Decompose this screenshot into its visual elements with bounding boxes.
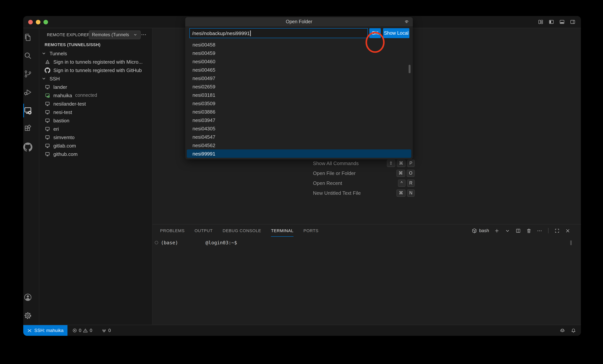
folder-option[interactable]: nesi00497 — [185, 74, 413, 82]
folder-option[interactable]: nesi99991 — [187, 149, 411, 158]
terminal-view[interactable]: (base) @login03:~$ — [152, 237, 581, 325]
minimize-window-button[interactable] — [36, 20, 40, 24]
panel-tab[interactable]: PORTS — [303, 225, 318, 236]
remote-explorer-icon — [23, 106, 32, 115]
extensions-icon — [23, 124, 32, 133]
chevron-down-icon — [505, 228, 510, 234]
watermark-shortcut-row[interactable]: Open Recent ^R — [313, 178, 415, 188]
folder-option[interactable]: nesi02659 — [185, 82, 413, 91]
tree-item[interactable]: gitlab.com — [39, 141, 152, 150]
toggle-panel-button[interactable] — [559, 19, 565, 25]
panel-tab[interactable]: OUTPUT — [195, 225, 213, 236]
tree-item[interactable]: nesilander-test — [39, 99, 152, 108]
activity-bar — [23, 28, 39, 325]
close-window-button[interactable] — [28, 20, 33, 24]
remote-explorer-activity-item[interactable] — [23, 101, 32, 120]
tree-item[interactable]: eri — [39, 125, 152, 133]
toggle-primary-sidebar-button[interactable] — [548, 19, 554, 25]
folder-option[interactable]: nesi04547 — [185, 133, 413, 141]
watermark-shortcut-row[interactable]: Show All Commands ⇧⌘P — [313, 158, 415, 168]
terminal-more-actions-button[interactable] — [537, 228, 542, 234]
watermark-shortcut-row[interactable]: Open File or Folder ⌘O — [313, 168, 415, 178]
tree-item[interactable]: lander — [39, 83, 152, 91]
keycap: ⇧ — [387, 160, 395, 167]
show-local-button[interactable]: Show Local — [383, 28, 409, 38]
search-icon — [23, 51, 32, 60]
kill-terminal-button[interactable] — [526, 228, 532, 234]
command-decoration-icon[interactable] — [155, 241, 158, 244]
problems-status[interactable]: 0 0 — [72, 328, 92, 333]
folder-path-input[interactable]: /nesi/nobackup/nesi99991 — [189, 28, 368, 38]
zoom-window-button[interactable] — [44, 20, 48, 24]
remote-view-dropdown[interactable]: Remotes (Tunnels — [89, 30, 141, 39]
keycap: P — [407, 160, 415, 167]
close-panel-button[interactable] — [565, 228, 571, 234]
github-activity-item[interactable] — [23, 138, 32, 156]
eye-icon[interactable] — [404, 19, 410, 25]
customize-layout-button[interactable] — [538, 19, 544, 25]
terminal-scrollbar[interactable] — [570, 241, 572, 245]
tree-item[interactable]: Sign in to tunnels registered with GitHu… — [39, 66, 152, 74]
maximize-icon — [554, 228, 560, 234]
remote-indicator[interactable]: SSH: mahuika — [23, 325, 67, 336]
explorer-activity-item[interactable] — [23, 28, 32, 47]
folder-option[interactable]: nesi00460 — [185, 57, 413, 66]
vm-icon — [45, 134, 50, 140]
toggle-secondary-sidebar-button[interactable] — [570, 19, 576, 25]
settings-item[interactable] — [23, 306, 32, 325]
keycap: R — [407, 179, 415, 187]
keybinding: ⌘N — [396, 189, 415, 197]
bottom-panel: PROBLEMSOUTPUTDEBUG CONSOLETERMINALPORTS… — [152, 224, 581, 325]
folder-option[interactable]: nesi00458 — [185, 40, 413, 49]
extensions-activity-item[interactable] — [23, 120, 32, 138]
bash-icon — [472, 228, 477, 234]
panel-header: PROBLEMSOUTPUTDEBUG CONSOLETERMINALPORTS… — [152, 224, 581, 237]
run-debug-activity-item[interactable] — [23, 83, 32, 101]
watermark-shortcut-row[interactable]: New Untitled Text File ⌘N — [313, 188, 415, 198]
copilot-icon[interactable] — [559, 328, 565, 333]
folder-option[interactable]: nesi03947 — [185, 116, 413, 124]
tree-item[interactable]: mahuika connected — [39, 91, 152, 99]
tree-item[interactable]: github.com — [39, 150, 152, 158]
text-caret — [250, 30, 251, 36]
tree-item[interactable]: Tunnels — [39, 49, 152, 58]
accounts-item[interactable] — [23, 288, 32, 306]
panel-tab[interactable]: DEBUG CONSOLE — [223, 225, 261, 236]
tree-item[interactable]: bastion — [39, 116, 152, 125]
tree-item[interactable]: Sign in to tunnels registered with Micro… — [39, 58, 152, 66]
dialog-scrollbar[interactable] — [409, 65, 410, 73]
panel-tab[interactable]: PROBLEMS — [160, 225, 185, 236]
folder-option[interactable]: nesi03509 — [185, 99, 413, 107]
folder-option[interactable]: nesi04562 — [185, 141, 413, 149]
folder-option[interactable]: nesi03886 — [185, 107, 413, 116]
azure-icon — [45, 59, 50, 65]
bell-icon[interactable] — [571, 328, 576, 333]
source-control-activity-item[interactable] — [23, 65, 32, 83]
folder-option[interactable]: nesi04305 — [185, 124, 413, 133]
sidebar-header: REMOTE EXPLORER Remotes (Tunnels — [39, 30, 152, 40]
status-bar: SSH: mahuika 0 0 0 — [23, 325, 581, 336]
split-icon — [515, 228, 521, 234]
panel-tab[interactable]: TERMINAL — [271, 225, 293, 236]
traffic-lights — [23, 20, 48, 24]
folder-option[interactable]: nesi00459 — [185, 49, 413, 57]
github-icon — [45, 67, 50, 73]
vm-icon — [45, 117, 50, 123]
ok-button[interactable]: OK — [369, 28, 381, 38]
new-terminal-button[interactable] — [494, 228, 500, 234]
sidebar-more-actions-button[interactable] — [139, 31, 148, 39]
terminal-shell-selector[interactable]: bash — [472, 228, 489, 234]
search-activity-item[interactable] — [23, 47, 32, 65]
maximize-panel-button[interactable] — [554, 228, 560, 234]
ports-status[interactable]: 0 — [101, 328, 111, 333]
split-terminal-button[interactable] — [515, 228, 521, 234]
terminal-launch-profile-button[interactable] — [505, 228, 510, 234]
remote-icon — [27, 328, 32, 333]
folder-option[interactable]: nesi00465 — [185, 66, 413, 74]
folder-option[interactable]: nesi03181 — [185, 91, 413, 99]
tree-item[interactable]: nesi-test — [39, 108, 152, 116]
vm-icon — [45, 143, 50, 148]
keycap: ^ — [398, 179, 405, 187]
tree-item[interactable]: SSH — [39, 74, 152, 83]
tree-item[interactable]: simvemto — [39, 133, 152, 141]
